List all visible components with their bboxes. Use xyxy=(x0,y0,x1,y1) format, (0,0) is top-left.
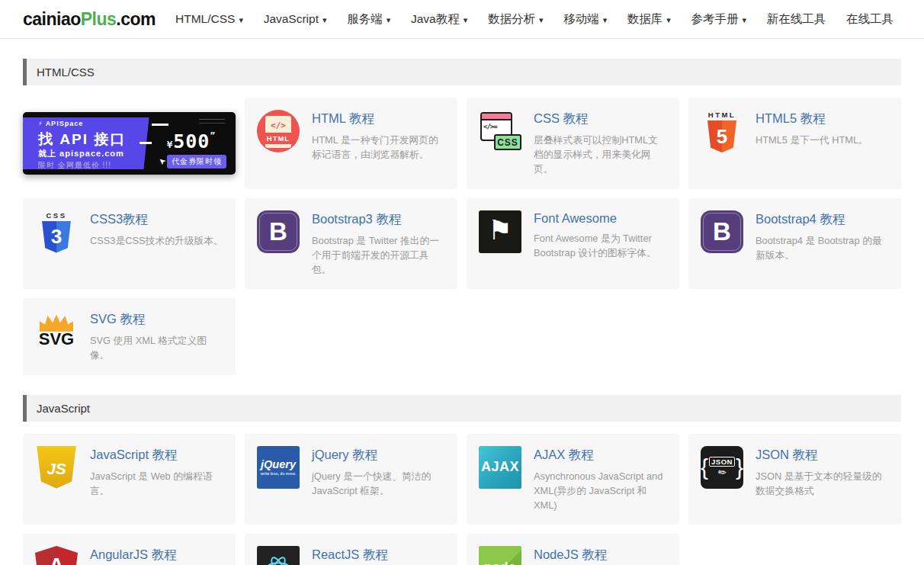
nav-item-label: 服务端 xyxy=(347,11,383,27)
card-description: HTML 是一种专门开发网页的标记语言，由浏览器解析。 xyxy=(312,133,445,162)
card-svg[interactable]: SVGSVG 教程SVG 使用 XML 格式定义图像。 xyxy=(23,298,236,374)
logo-part-tld: .com xyxy=(116,9,156,29)
shield-top-label: CSS xyxy=(46,210,66,221)
node-wordmark: node xyxy=(484,560,516,565)
ad-subline: 就上 apispace.com xyxy=(38,148,124,159)
ad-decor-dash xyxy=(152,124,168,126)
card-description: Asynchronous JavaScript and XML(异步的 Java… xyxy=(534,469,667,513)
shield-number: 3 xyxy=(42,221,71,253)
card-title: jQuery 教程 xyxy=(312,447,445,464)
chevron-down-icon: ▾ xyxy=(239,15,243,25)
svg-label: SVG xyxy=(39,329,74,349)
currency-symbol: ¥ xyxy=(167,140,173,150)
card-body: JSON 教程JSON 是基于文本的轻量级的数据交换格式 xyxy=(756,446,889,498)
card-title: HTML 教程 xyxy=(312,111,445,127)
logo-part-black: cainiao xyxy=(23,9,81,29)
pencil-glyph: ✎ xyxy=(716,466,729,479)
nav-item-javascript[interactable]: JavaScript▾ xyxy=(256,8,335,30)
card-description: HTML5 是下一代 HTML。 xyxy=(756,133,868,147)
chevron-down-icon: ▾ xyxy=(387,15,391,25)
card-body: HTML 教程HTML 是一种专门开发网页的标记语言，由浏览器解析。 xyxy=(312,110,445,162)
ad-decor-fineprint xyxy=(199,119,225,124)
chevron-down-icon: ▾ xyxy=(539,15,544,25)
card-title: JavaScript 教程 xyxy=(90,447,223,464)
angular-shield-icon: A xyxy=(35,546,78,565)
json-center: JSON✎ xyxy=(709,457,735,477)
ad-banner-apispace[interactable]: ⚡APISpace找 API 接口就上 apispace.com限时 全网最低价… xyxy=(23,112,236,175)
nav-item-mobile[interactable]: 移动端▾ xyxy=(556,7,614,32)
react-atom-svg xyxy=(261,551,296,565)
nav-item-online-tools[interactable]: 在线工具 xyxy=(839,7,901,32)
card-body: Font AwesomeFont Awesome 是为 Twitter Boot… xyxy=(534,210,667,260)
card-description: 层叠样式表可以控制HTML文档的显示样式，用来美化网页。 xyxy=(534,133,667,177)
chevron-down-icon: ▾ xyxy=(743,15,747,25)
card-html5[interactable]: HTML5HTML5 教程HTML5 是下一代 HTML。 xyxy=(688,98,901,189)
card-bootstrap3[interactable]: BBootstrap3 教程Bootstrap 是 Twitter 推出的一个用… xyxy=(245,198,457,290)
card-json[interactable]: {JSON✎}JSON 教程JSON 是基于文本的轻量级的数据交换格式 xyxy=(688,434,901,525)
ajax-icon: AJAX xyxy=(479,446,521,489)
card-bootstrap4[interactable]: BBootstrap4 教程Bootstrap4 是 Bootstrap 的最新… xyxy=(688,198,901,290)
main-content: HTML/CSS⚡APISpace找 API 接口就上 apispace.com… xyxy=(0,59,924,565)
top-navbar: cainiaoPlus.com HTML/CSS▾JavaScript▾服务端▾… xyxy=(0,0,924,39)
flag-glyph: ⚑ xyxy=(488,217,512,244)
shield-top-label: HTML xyxy=(708,110,736,120)
nav-item-label: 数据分析 xyxy=(488,11,535,27)
card-body: Bootstrap3 教程Bootstrap 是 Twitter 推出的一个用于… xyxy=(312,210,445,278)
css-label: CSS xyxy=(494,134,521,150)
card-css[interactable]: </>=CSSCSS 教程层叠样式表可以控制HTML文档的显示样式，用来美化网页… xyxy=(467,98,679,189)
card-title: Bootstrap3 教程 xyxy=(312,211,445,228)
card-jquery[interactable]: jQuerywrite less, do more.jQuery 教程jQuer… xyxy=(245,434,457,525)
nav-item-label: 参考手册 xyxy=(691,11,739,27)
card-ajax[interactable]: AJAXAJAX 教程Asynchronous JavaScript and X… xyxy=(467,434,679,525)
nav-item-new-online-tools[interactable]: 新在线工具 xyxy=(759,7,834,32)
nav-item-java[interactable]: Java教程▾ xyxy=(403,7,475,32)
jquery-tagline: write less, do more. xyxy=(261,471,297,476)
nav-item-server-side[interactable]: 服务端▾ xyxy=(339,7,398,32)
code-glyph: </> xyxy=(271,120,286,130)
card-css3[interactable]: CSS3CSS3教程CSS3是CSS技术的升级版本。 xyxy=(23,198,236,290)
ad-banner-cell: ⚡APISpace找 API 接口就上 apispace.com限时 全网最低价… xyxy=(23,98,236,189)
section-title: HTML/CSS xyxy=(37,66,95,79)
card-html[interactable]: </>HTMLHTML 教程HTML 是一种专门开发网页的标记语言，由浏览器解析… xyxy=(245,98,457,189)
card-font-awesome[interactable]: ⚑Font AwesomeFont Awesome 是为 Twitter Boo… xyxy=(467,198,679,290)
nav-item-label: 新在线工具 xyxy=(767,11,826,27)
card-nodejs[interactable]: nodeNodeJS 教程Node.js使用了一个事件驱动、非阻塞式I/O的模型… xyxy=(467,534,679,565)
card-javascript[interactable]: JSJavaScript 教程JavaScript 是 Web 的编程语言。 xyxy=(23,434,236,525)
card-title: AJAX 教程 xyxy=(534,447,667,464)
card-reactjs[interactable]: ReactJS 教程ReactJS 是一个用于构建用户界面的开源JS库。 xyxy=(245,534,457,565)
card-title: HTML5 教程 xyxy=(756,111,868,127)
card-body: ReactJS 教程ReactJS 是一个用于构建用户界面的开源JS库。 xyxy=(312,546,445,565)
card-title: CSS 教程 xyxy=(534,111,667,127)
nav-item-label: JavaScript xyxy=(264,12,319,26)
card-body: AngularJS 教程AngularJS 通过新的属性和表达式扩展了 HTML… xyxy=(90,546,223,565)
b-letter: B xyxy=(713,217,731,246)
nav-item-reference[interactable]: 参考手册▾ xyxy=(684,7,755,32)
bootstrap-icon: B xyxy=(701,210,743,253)
card-description: CSS3是CSS技术的升级版本。 xyxy=(90,233,223,248)
ad-price: ¥500” xyxy=(167,130,216,152)
nav-item-data-analysis[interactable]: 数据分析▾ xyxy=(480,7,551,32)
card-body: jQuery 教程jQuery 是一个快速、简洁的 JavaScript 框架。 xyxy=(312,446,445,498)
chevron-down-icon: ▾ xyxy=(603,15,608,25)
card-title: SVG 教程 xyxy=(90,311,223,328)
nav-item-label: Java教程 xyxy=(411,11,460,27)
nav-menu: HTML/CSS▾JavaScript▾服务端▾Java教程▾数据分析▾移动端▾… xyxy=(168,7,901,32)
nav-item-html-css[interactable]: HTML/CSS▾ xyxy=(168,8,251,30)
card-title: AngularJS 教程 xyxy=(90,547,223,563)
html5-shield-icon: HTML5 xyxy=(701,110,743,152)
nav-item-label: 移动端 xyxy=(563,11,599,27)
card-angularjs[interactable]: AAngularJS 教程AngularJS 通过新的属性和表达式扩展了 HTM… xyxy=(23,534,236,565)
site-logo[interactable]: cainiaoPlus.com xyxy=(23,9,156,30)
card-body: CSS 教程层叠样式表可以控制HTML文档的显示样式，用来美化网页。 xyxy=(534,110,667,177)
css-browser-icon: </>=CSS xyxy=(479,110,521,152)
cursor-icon: ➤ xyxy=(156,156,168,168)
browser-titlebar xyxy=(482,114,511,120)
card-description: Bootstrap4 是 Bootstrap 的最新版本。 xyxy=(756,233,889,262)
section-header-javascript: JavaScript xyxy=(23,395,901,422)
ad-coupon-badge: 代金券限时领 xyxy=(167,155,226,169)
card-title: CSS3教程 xyxy=(90,211,223,228)
card-body: Bootstrap4 教程Bootstrap4 是 Bootstrap 的最新版… xyxy=(756,210,889,262)
card-description: JSON 是基于文本的轻量级的数据交换格式 xyxy=(756,469,889,498)
right-brace: } xyxy=(736,456,743,479)
nav-item-database[interactable]: 数据库▾ xyxy=(620,7,679,32)
